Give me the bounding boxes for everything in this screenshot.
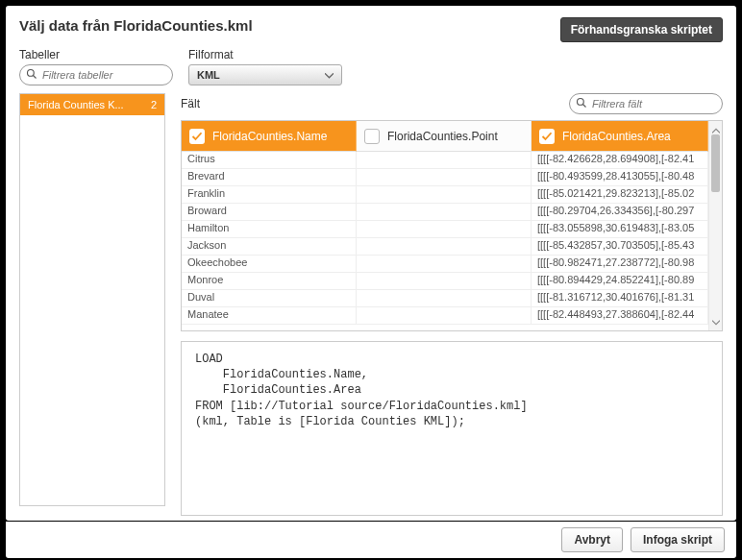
- cell: [357, 186, 532, 203]
- filter-tables-input[interactable]: [40, 68, 178, 82]
- cancel-button[interactable]: Avbryt: [561, 527, 623, 552]
- filter-fields-input[interactable]: [590, 97, 728, 110]
- cell: Monroe: [182, 273, 357, 289]
- column-label: FloridaCounties.Area: [562, 130, 671, 143]
- table-row[interactable]: Franklin[[[[-85.021421,29.823213],[-85.0…: [182, 186, 708, 204]
- cell: [357, 238, 532, 255]
- cell: [[[[-85.021421,29.823213],[-85.02: [532, 186, 708, 203]
- table-row[interactable]: Jackson[[[[-85.432857,30.703505],[-85.43: [182, 238, 708, 256]
- cell: Okeechobee: [182, 256, 357, 272]
- cell: Citrus: [182, 152, 357, 168]
- script-preview: LOAD FloridaCounties.Name, FloridaCounti…: [181, 341, 723, 516]
- insert-script-button[interactable]: Infoga skript: [631, 527, 725, 552]
- table-row[interactable]: Manatee[[[[-82.448493,27.388604],[-82.44: [182, 307, 708, 325]
- table-row[interactable]: Brevard[[[[-80.493599,28.413055],[-80.48: [182, 169, 708, 186]
- svg-line-3: [583, 104, 586, 107]
- cell: [[[[-82.426628,28.694908],[-82.41: [532, 152, 708, 168]
- checkbox-checked-icon[interactable]: [539, 129, 555, 144]
- tables-label: Tabeller: [19, 48, 173, 61]
- vertical-scrollbar[interactable]: [708, 121, 722, 330]
- table-row[interactable]: Monroe[[[[-80.894429,24.852241],[-80.89: [182, 273, 708, 290]
- cell: [[[[-83.055898,30.619483],[-83.05: [532, 221, 708, 237]
- table-row[interactable]: Duval[[[[-81.316712,30.401676],[-81.31: [182, 290, 708, 307]
- scroll-thumb[interactable]: [711, 134, 720, 192]
- preview-script-button[interactable]: Förhandsgranska skriptet: [560, 17, 723, 42]
- svg-point-0: [28, 69, 35, 76]
- data-select-dialog: Välj data från FloridaCounties.kml Förha…: [6, 6, 736, 521]
- cell: [[[[-80.29704,26.334356],[-80.297: [532, 204, 708, 220]
- checkbox-checked-icon[interactable]: [189, 129, 205, 144]
- cell: Duval: [182, 290, 357, 306]
- cell: [[[[-80.982471,27.238772],[-80.98: [532, 256, 708, 272]
- cell: Manatee: [182, 307, 357, 324]
- cell: [[[[-81.316712,30.401676],[-81.31: [532, 290, 708, 306]
- table-item-count: 2: [151, 99, 157, 110]
- cell: [357, 221, 532, 237]
- table-item[interactable]: Florida Counties K... 2: [20, 94, 164, 115]
- cell: [357, 204, 532, 220]
- chevron-down-icon[interactable]: [712, 315, 720, 329]
- cell: Brevard: [182, 169, 357, 185]
- filter-fields-search[interactable]: [569, 93, 723, 114]
- cell: [[[[-80.894429,24.852241],[-80.89: [532, 273, 708, 289]
- tables-list: Florida Counties K... 2: [19, 93, 165, 506]
- dialog-title: Välj data från FloridaCounties.kml: [19, 17, 253, 34]
- column-header-point[interactable]: FloridaCounties.Point: [357, 121, 532, 152]
- cell: [357, 256, 532, 272]
- table-row[interactable]: Broward[[[[-80.29704,26.334356],[-80.297: [182, 204, 708, 221]
- svg-point-2: [578, 98, 584, 105]
- cell: Hamilton: [182, 221, 357, 237]
- fields-grid: FloridaCounties.Name FloridaCounties.Poi…: [181, 120, 723, 331]
- table-row[interactable]: Hamilton[[[[-83.055898,30.619483],[-83.0…: [182, 221, 708, 238]
- column-header-name[interactable]: FloridaCounties.Name: [182, 121, 357, 152]
- dialog-footer: Avbryt Infoga skript: [6, 521, 736, 558]
- cell: [357, 152, 532, 168]
- svg-line-1: [34, 75, 37, 78]
- search-icon: [576, 97, 590, 111]
- cell: [357, 290, 532, 306]
- cell: [357, 307, 532, 324]
- fileformat-select[interactable]: KML: [188, 64, 342, 85]
- column-header-area[interactable]: FloridaCounties.Area: [532, 121, 708, 152]
- table-item-name: Florida Counties K...: [28, 99, 124, 110]
- cell: [[[[-85.432857,30.703505],[-85.43: [532, 238, 708, 255]
- column-label: FloridaCounties.Name: [212, 130, 327, 143]
- cell: [[[[-82.448493,27.388604],[-82.44: [532, 307, 708, 324]
- fileformat-value: KML: [197, 69, 220, 81]
- column-label: FloridaCounties.Point: [387, 130, 498, 143]
- fields-label: Fält: [181, 97, 200, 110]
- fileformat-label: Filformat: [188, 48, 342, 61]
- cell: Broward: [182, 204, 357, 220]
- search-icon: [26, 68, 40, 83]
- filter-tables-search[interactable]: [19, 64, 173, 85]
- cell: [357, 169, 532, 185]
- cell: Franklin: [182, 186, 357, 203]
- table-row[interactable]: Okeechobee[[[[-80.982471,27.238772],[-80…: [182, 256, 708, 273]
- cell: [357, 273, 532, 289]
- chevron-down-icon: [325, 69, 334, 81]
- cell: Jackson: [182, 238, 357, 255]
- table-row[interactable]: Citrus[[[[-82.426628,28.694908],[-82.41: [182, 152, 708, 169]
- cell: [[[[-80.493599,28.413055],[-80.48: [532, 169, 708, 185]
- checkbox-unchecked-icon[interactable]: [364, 129, 380, 144]
